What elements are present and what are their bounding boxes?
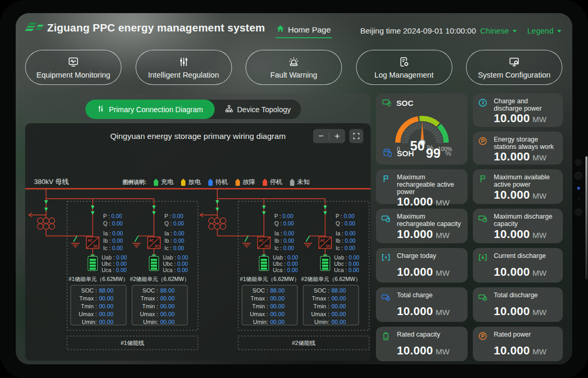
- svg-text:Tmax :: Tmax :: [140, 295, 158, 301]
- nav-intelligent-regulation[interactable]: Intelligent Regulation: [136, 50, 232, 85]
- language-label: Chinese: [480, 26, 509, 35]
- svg-text:88.00: 88.00: [99, 287, 114, 294]
- soh-icon: [383, 148, 392, 159]
- svg-text:Tmin :: Tmin :: [81, 303, 97, 309]
- battery-sum-icon: [478, 291, 492, 305]
- svg-text:Umax :: Umax :: [140, 311, 158, 317]
- battery-bolt-icon: [381, 252, 395, 266]
- svg-text:00.00: 00.00: [270, 311, 285, 317]
- chevron-down-icon: [557, 30, 561, 33]
- svg-text:88.00: 88.00: [160, 287, 175, 294]
- bezel-camera-lens: [575, 209, 582, 216]
- svg-text:DC: DC: [326, 244, 331, 248]
- acdc-converter: ACDC: [148, 237, 160, 249]
- tab-label: Primary Connection Diagram: [109, 105, 203, 114]
- card-current-discharge: Current discharge 10.000MW: [473, 248, 563, 283]
- soh-label: SOH: [397, 149, 414, 158]
- diagram-tabs: Primary Connection Diagram Device Topolo…: [85, 100, 301, 119]
- zoom-in-button[interactable]: +: [329, 129, 345, 143]
- svg-text:Umin:: Umin:: [253, 319, 268, 325]
- nav-label: Fault Warning: [270, 71, 317, 79]
- card-value: 10.000MW: [397, 306, 462, 319]
- card-title: Total charge: [397, 291, 462, 305]
- soh-value: 99: [426, 146, 441, 161]
- legend-label: Legend: [527, 26, 553, 35]
- battery-cell-icon: [381, 331, 395, 344]
- feeder-group-2: #2储能线ACDCP : 0.00Q : 0.00Ia : 0.00Ib : 0…: [200, 189, 369, 350]
- nav-equipment-monitoring[interactable]: Equipment Monitoring: [25, 50, 121, 85]
- tablet-device: Ziguang PPC energy management system Hom…: [0, 0, 588, 378]
- legend-dropdown[interactable]: Legend: [527, 26, 561, 35]
- tab-primary-connection-diagram[interactable]: Primary Connection Diagram: [85, 100, 215, 119]
- svg-text:Ib : 0.00: Ib : 0.00: [274, 237, 294, 244]
- unit-name: #1储能单元（6.62MW）: [240, 276, 299, 282]
- svg-text:00.00: 00.00: [160, 319, 175, 325]
- connection-diagram-icon: [97, 105, 105, 114]
- nav-fault-warning[interactable]: Fault Warning: [246, 50, 342, 85]
- zoom-out-button[interactable]: −: [313, 129, 329, 143]
- nav-label: Equipment Monitoring: [36, 71, 110, 79]
- card-title: Maximum rechargeable capacity: [397, 213, 462, 228]
- card-maximum-rechargeable-active-power: Maximum rechargeable active power 10.000…: [376, 169, 468, 204]
- svg-text:Q : 0.00: Q : 0.00: [336, 220, 356, 226]
- card-value: 10.000MW: [397, 266, 462, 279]
- svg-text:Uca : 0.00: Uca : 0.00: [102, 267, 127, 273]
- svg-text:Umax :: Umax :: [79, 311, 97, 317]
- svg-text:Q : 0.00: Q : 0.00: [164, 220, 184, 226]
- svg-text:Umin:: Umin:: [314, 319, 329, 325]
- nav-log-management[interactable]: Log Management: [356, 50, 452, 85]
- battery-arrow-icon: [478, 252, 492, 266]
- svg-text:Tmin :: Tmin :: [252, 303, 268, 309]
- svg-text:Ia : 0.00: Ia : 0.00: [103, 230, 123, 236]
- nav-home-page[interactable]: Home Page: [276, 25, 331, 35]
- intelligent-regulation-icon: [178, 56, 190, 69]
- svg-text:Q : 0.00: Q : 0.00: [103, 220, 123, 226]
- unit-name: #2储能单元（6.62MW）: [130, 276, 190, 282]
- card-title: Energy storage stations always work: [494, 136, 558, 150]
- svg-text:Tmax :: Tmax :: [312, 295, 329, 301]
- card-maximum-rechargeable-capacity: Maximum rechargeable capacity 10.000MW: [376, 209, 468, 243]
- circle-gauge-icon: [478, 98, 492, 112]
- svg-text:SOC :: SOC :: [142, 287, 158, 294]
- svg-text:DC: DC: [265, 244, 270, 248]
- nav-system-configuration[interactable]: System Configuration: [466, 50, 562, 85]
- card-maximum-discharge-capacity: Maximum discharge capacity 10.000MW: [473, 209, 563, 243]
- unit-name: #1储能单元（6.62MW）: [69, 276, 128, 282]
- bezel-camera-lens: [574, 172, 582, 180]
- battery-icon: [149, 254, 159, 271]
- language-dropdown[interactable]: Chinese: [480, 26, 517, 35]
- wiring-diagram[interactable]: #1储能线ACDCP : 0.00Q : 0.00Ia : 0.00Ib : 0…: [25, 185, 371, 361]
- svg-text:Ubc : 0.00: Ubc : 0.00: [102, 261, 127, 267]
- card-title: Maximum rechargeable active power: [397, 174, 462, 196]
- fullscreen-button[interactable]: [349, 129, 363, 143]
- svg-text:Uca : 0.00: Uca : 0.00: [273, 267, 298, 273]
- tab-device-topology[interactable]: Device Topology: [215, 100, 301, 119]
- card-title: Rated capacity: [397, 331, 462, 344]
- card-value: 10.000MW: [494, 345, 558, 358]
- card-rated-capacity: Rated capacity 10.000MW: [376, 327, 468, 361]
- svg-text:SOC :: SOC :: [314, 287, 329, 294]
- card-value: 10.000MW: [397, 196, 462, 208]
- card-title: Total discharge: [494, 291, 558, 305]
- circle-p-icon: [478, 136, 492, 150]
- zoom-controls: − +: [313, 129, 345, 143]
- svg-text:00.00: 00.00: [270, 319, 285, 325]
- svg-text:P : 0.00: P : 0.00: [274, 213, 293, 219]
- battery-gauge-icon: [478, 213, 492, 228]
- beijing-time: Beijing time 2024-09-01 10:00:00: [360, 26, 476, 35]
- svg-text:Uab : 0.00: Uab : 0.00: [334, 254, 360, 261]
- card-value: 10.000MW: [494, 229, 558, 240]
- home-icon: [276, 25, 284, 35]
- svg-text:Ic : 0.00: Ic : 0.00: [336, 245, 356, 251]
- bezel-mic-dot: [578, 199, 580, 200]
- unit-name: #2储能单元（6.62MW）: [301, 276, 361, 282]
- svg-text:P : 0.00: P : 0.00: [164, 213, 183, 219]
- svg-text:AC: AC: [88, 239, 93, 242]
- home-label: Home Page: [288, 25, 331, 35]
- bezel-sensor-dot: [577, 187, 580, 190]
- card-value: 10.000MW: [397, 345, 462, 358]
- svg-text:DC: DC: [155, 244, 160, 248]
- svg-text:Ib : 0.00: Ib : 0.00: [164, 237, 184, 244]
- svg-text:Uab : 0.00: Uab : 0.00: [163, 254, 188, 261]
- svg-text:Tmin :: Tmin :: [142, 303, 158, 309]
